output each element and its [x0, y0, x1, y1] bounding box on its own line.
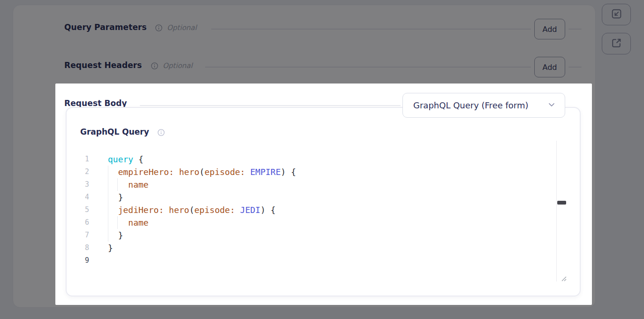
- body-type-selected-value: GraphQL Query (Free form): [413, 100, 547, 110]
- divider: [140, 105, 401, 106]
- optional-badge: Optional: [163, 61, 192, 70]
- resize-grip-icon[interactable]: [560, 274, 567, 281]
- code-line: }: [108, 242, 296, 254]
- line-number: 3: [76, 178, 89, 191]
- code-line: query {: [108, 153, 296, 166]
- optional-badge: Optional: [167, 23, 197, 32]
- arrow-into-box-icon: [611, 8, 622, 21]
- graphql-query-label: GraphQL Query: [80, 127, 149, 137]
- code-line: name: [108, 216, 296, 229]
- editor-scrollbar-track: [556, 141, 557, 281]
- add-request-header-button[interactable]: Add: [534, 57, 565, 77]
- body-type-select[interactable]: GraphQL Query (Free form): [402, 93, 565, 118]
- divider: [205, 67, 531, 68]
- editor-code: query { empireHero: hero(episode: EMPIRE…: [108, 153, 296, 267]
- line-number: 9: [76, 254, 89, 267]
- indent-guide: [117, 178, 118, 191]
- info-icon[interactable]: [151, 62, 158, 69]
- line-number: 1: [76, 153, 89, 166]
- query-parameters-label: Query Parameters: [64, 23, 147, 32]
- chevron-down-icon: [547, 100, 556, 111]
- code-line: jediHero: hero(episode: JEDI) {: [108, 204, 296, 216]
- line-number: 8: [76, 242, 89, 254]
- line-number: 6: [76, 216, 89, 229]
- code-line: [108, 254, 296, 267]
- indent-guide: [108, 166, 108, 242]
- line-number: 7: [76, 229, 89, 242]
- divider: [568, 29, 582, 30]
- api-request-builder-page: Query Parameters Optional Add Request He…: [0, 0, 644, 319]
- line-number: 4: [76, 191, 89, 204]
- open-external-button[interactable]: [602, 33, 631, 54]
- editor-gutter: 123456789: [76, 153, 89, 267]
- request-headers-label: Request Headers: [64, 61, 142, 70]
- info-icon[interactable]: [158, 129, 165, 136]
- line-number: 2: [76, 166, 89, 178]
- code-line: name: [108, 178, 296, 191]
- add-query-parameter-button[interactable]: Add: [534, 19, 565, 39]
- divider: [568, 67, 582, 68]
- edit-in-panel-button[interactable]: [602, 4, 631, 25]
- indent-guide: [117, 216, 118, 229]
- code-line: empireHero: hero(episode: EMPIRE) {: [108, 166, 296, 178]
- line-number: 5: [76, 204, 89, 216]
- external-link-icon: [611, 37, 622, 50]
- code-line: }: [108, 229, 296, 242]
- code-line: }: [108, 191, 296, 204]
- divider: [211, 29, 531, 30]
- editor-scrollbar-thumb[interactable]: [557, 201, 566, 205]
- request-body-label: Request Body: [64, 99, 127, 108]
- info-icon[interactable]: [155, 24, 162, 31]
